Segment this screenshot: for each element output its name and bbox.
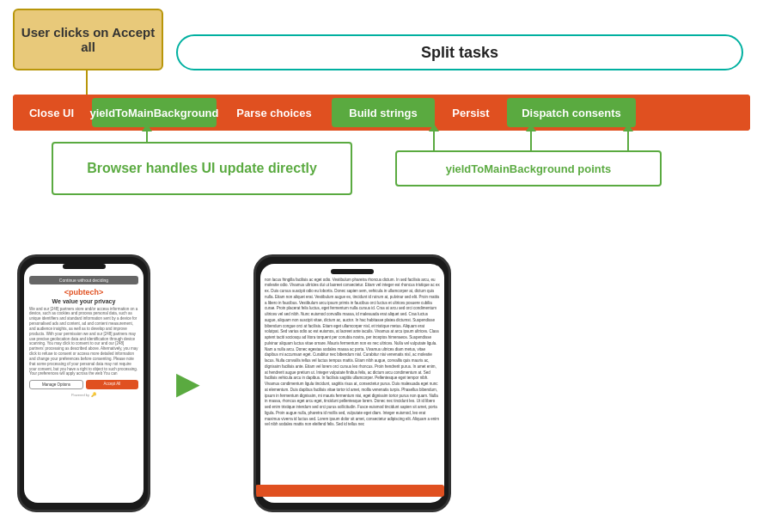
consent-logo: <pubtech>	[29, 288, 138, 297]
browser-handles-box: Browser handles UI update directly	[52, 142, 352, 195]
pipe-persist: Persist	[436, 95, 505, 131]
pipe-build-strings: Build strings	[332, 98, 435, 127]
pipe-yield-bg: yieldToMainBackground	[92, 98, 217, 127]
yield-points-label: yieldToMainBackground points	[446, 162, 612, 175]
arrow-between-phones	[176, 366, 228, 401]
phone-1-screen: Continue without deciding <pubtech> We v…	[24, 264, 143, 503]
consent-dialog: Continue without deciding <pubtech> We v…	[24, 272, 143, 401]
continue-without-deciding[interactable]: Continue without deciding	[29, 276, 138, 284]
phone-notch	[63, 264, 106, 269]
pipe-parse-choices: Parse choices	[218, 95, 330, 131]
yield-points-box: yieldToMainBackground points	[395, 150, 662, 187]
arrow-yield-2	[530, 131, 532, 150]
phone-2: non lacus fringilla facilisis ac eget od…	[253, 254, 451, 512]
phones-area: Continue without deciding <pubtech> We v…	[0, 234, 763, 532]
user-clicks-box: User clicks on Accept all	[13, 9, 163, 70]
pipe-tail	[638, 95, 750, 131]
consent-buttons: Manage Options Accept All	[29, 380, 138, 389]
pipeline-bar: Close UI yieldToMainBackground Parse cho…	[13, 95, 750, 131]
accept-all-button[interactable]: Accept All	[86, 380, 138, 389]
consent-footer: Powered by 🔑	[29, 392, 138, 397]
manage-options-button[interactable]: Manage Options	[29, 380, 83, 389]
phone-2-notch	[331, 269, 374, 274]
phone-2-screen: non lacus fringilla facilisis ac eget od…	[260, 264, 444, 503]
diagram-area: User clicks on Accept all Split tasks Cl…	[0, 0, 763, 232]
lorem-red-bar	[255, 485, 444, 497]
phone-1: Continue without deciding <pubtech> We v…	[17, 254, 150, 512]
pipe-close-ui: Close UI	[13, 95, 90, 131]
lorem-text: non lacus fringilla facilisis ac eget od…	[265, 278, 440, 429]
consent-title: We value your privacy	[29, 298, 138, 304]
split-tasks-label: Split tasks	[421, 44, 498, 62]
arrow-yield-3	[627, 131, 629, 150]
split-tasks-banner: Split tasks	[176, 34, 743, 70]
user-clicks-label: User clicks on Accept all	[15, 25, 162, 54]
arrow-yield-1	[433, 131, 435, 150]
pipe-dispatch-consents: Dispatch consents	[507, 98, 636, 127]
browser-handles-label: Browser handles UI update directly	[87, 161, 317, 176]
consent-body-text: We and our [248] partners store and/or a…	[29, 307, 138, 377]
arrow-up-browser	[146, 131, 148, 142]
